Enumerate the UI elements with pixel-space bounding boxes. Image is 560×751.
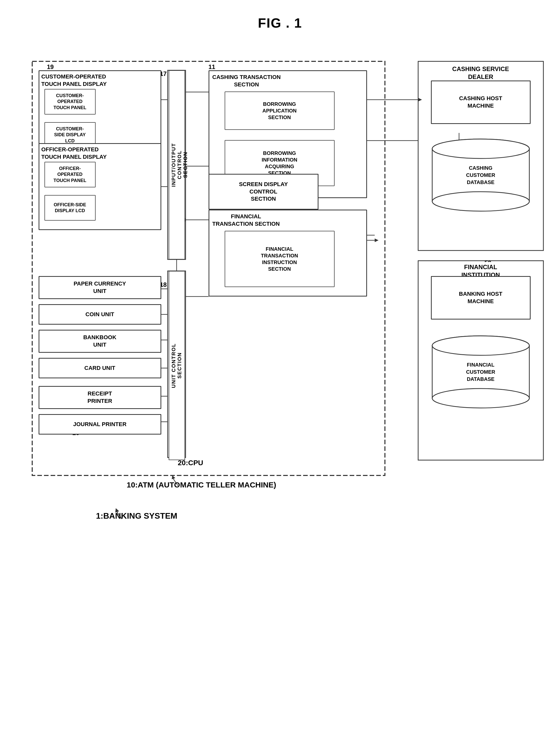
financial-transaction-instruction-box: FINANCIAL TRANSACTION INSTRUCTION SECTIO… bbox=[225, 231, 335, 287]
customer-touch-panel-box: CUSTOMER- OPERATED TOUCH PANEL bbox=[44, 89, 96, 115]
officer-touch-panel-display-box: OFFICER-OPERATED TOUCH PANEL DISPLAY OFF… bbox=[39, 143, 161, 230]
paper-currency-unit-box: PAPER CURRENCY UNIT bbox=[39, 276, 161, 299]
journal-printer-box: JOURNAL PRINTER bbox=[39, 414, 161, 435]
cashing-customer-database-cylinder: CASHING CUSTOMER DATABASE bbox=[431, 138, 531, 212]
financial-transaction-section-box: FINANCIAL TRANSACTION SECTION FINANCIAL … bbox=[208, 210, 367, 297]
officer-side-display-box: OFFICER-SIDE DISPLAY LCD bbox=[44, 195, 96, 221]
coin-unit-box: COIN UNIT bbox=[39, 304, 161, 324]
bankbook-unit-box: BANKBOOK UNIT bbox=[39, 330, 161, 353]
cashing-service-dealer-label: CASHING SERVICE DEALER bbox=[419, 63, 542, 83]
io-control-section-label: INPUT/OUTPUT CONTROL SECTION bbox=[169, 70, 185, 259]
financial-customer-database-text: FINANCIAL CUSTOMER DATABASE bbox=[463, 356, 498, 388]
page-title: FIG . 1 bbox=[0, 15, 560, 31]
svg-marker-38 bbox=[172, 475, 175, 479]
unit-control-section-label: UNIT CONTROL SECTION bbox=[169, 271, 185, 460]
card-unit-box: CARD UNIT bbox=[39, 358, 161, 378]
cashing-customer-database-text: CASHING CUSTOMER DATABASE bbox=[463, 159, 498, 191]
atm-label: 10:ATM (AUTOMATIC TELLER MACHINE) bbox=[127, 480, 276, 489]
officer-touch-panel-box: OFFICER- OPERATED TOUCH PANEL bbox=[44, 162, 96, 187]
banking-system-label: 1:BANKING SYSTEM bbox=[96, 511, 177, 521]
svg-point-46 bbox=[432, 192, 529, 211]
svg-marker-21 bbox=[375, 238, 379, 242]
svg-point-50 bbox=[432, 389, 529, 408]
receipt-printer-box: RECEIPT PRINTER bbox=[39, 386, 161, 409]
svg-point-47 bbox=[432, 139, 529, 158]
label-19: 19 bbox=[47, 63, 54, 71]
borrowing-application-section-box: BORROWING APPLICATION SECTION bbox=[225, 92, 335, 130]
screen-display-control-box: SCREEN DISPLAY CONTROL SECTION bbox=[208, 174, 318, 210]
cashing-host-machine-box: CASHING HOST MACHINE bbox=[431, 80, 531, 124]
svg-marker-25 bbox=[418, 98, 422, 101]
svg-point-51 bbox=[432, 336, 529, 355]
financial-customer-database-cylinder: FINANCIAL CUSTOMER DATABASE bbox=[431, 335, 531, 409]
banking-host-machine-box: BANKING HOST MACHINE bbox=[431, 276, 531, 319]
label-11: 11 bbox=[208, 63, 216, 71]
